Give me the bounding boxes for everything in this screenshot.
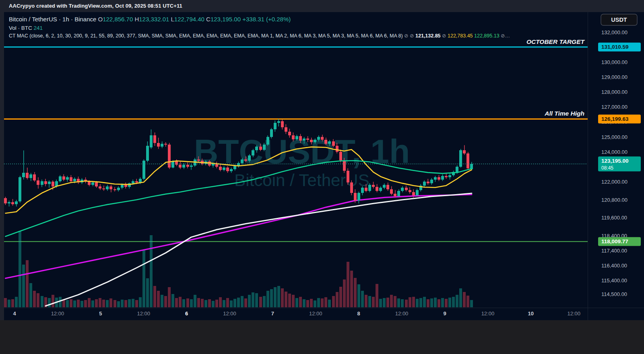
volume-bar	[11, 299, 14, 307]
volume-bar	[135, 300, 138, 307]
volume-bar	[357, 284, 360, 307]
candle	[397, 189, 400, 197]
volume-bar	[285, 292, 287, 307]
chip-price: 123,195.00	[601, 158, 629, 164]
currency-button[interactable]: USDT	[601, 14, 637, 25]
volume-bar	[128, 299, 131, 307]
candle	[66, 176, 69, 182]
legend-symbol-row[interactable]: Bitcoin / TetherUS · 1h · Binance O122,8…	[9, 16, 291, 23]
currency-button-label: USDT	[611, 17, 627, 23]
price-tick: 122,000.00	[601, 179, 627, 185]
legend-indicator-row[interactable]: CT MAC (close, 6, 2, 10, 30, 200, 9, 21,…	[9, 33, 510, 39]
attribution-bar: AACrypyo created with TradingView.com, O…	[0, 0, 644, 12]
candle-body	[372, 185, 375, 187]
price-tick: 117,400.00	[601, 248, 627, 254]
candle-body	[412, 192, 415, 195]
price-axis[interactable]: 132,000.00130,000.00129,000.00128,000.00…	[598, 29, 641, 297]
time-axis[interactable]: 412:00512:00612:00712:00812:00912:001012…	[13, 311, 580, 317]
candle-body	[95, 182, 98, 186]
candle-body	[66, 177, 69, 180]
candle-body	[212, 164, 215, 166]
candle-body	[336, 146, 339, 152]
candle-body	[259, 147, 262, 149]
legend-segment: C	[204, 16, 211, 23]
volume-bar	[397, 298, 400, 307]
candle	[41, 180, 43, 187]
volume-bar	[441, 298, 444, 307]
candle-body	[146, 146, 149, 161]
volume-bar	[186, 298, 189, 307]
legend-segment: H	[133, 16, 139, 23]
annotation-october_target: OCTOBER TARGET	[526, 38, 585, 45]
candle	[401, 186, 404, 193]
attribution-text: AACrypyo created with TradingView.com, O…	[9, 3, 182, 9]
candle	[33, 172, 36, 182]
candle-body	[466, 153, 469, 168]
volume-bar	[26, 260, 29, 307]
candle	[109, 185, 112, 193]
volume-bar	[15, 297, 18, 307]
candle-body	[252, 150, 254, 155]
volume-bar	[212, 301, 215, 307]
candle	[29, 173, 32, 181]
volume-bar	[386, 298, 389, 307]
candle-body	[109, 186, 112, 189]
candle-body	[219, 167, 222, 170]
volume-bar	[102, 300, 105, 307]
candle	[459, 149, 462, 168]
volume-bar	[182, 299, 185, 307]
candle	[430, 178, 433, 185]
volume-bar	[59, 297, 62, 307]
volume-bar	[448, 298, 451, 307]
candle	[124, 182, 127, 188]
candle-body	[139, 179, 142, 182]
volume-bar	[328, 300, 331, 307]
volume-bar	[463, 292, 466, 307]
price-chart[interactable]: BTCUSDT, 1h Bitcoin / TetherUS 132,000.0…	[4, 12, 644, 320]
candle	[266, 135, 269, 146]
volume-bar	[365, 295, 367, 307]
candle	[179, 161, 182, 169]
candle-body	[102, 188, 105, 189]
candle-body	[52, 182, 54, 186]
candle-body	[8, 202, 10, 204]
candle	[182, 163, 185, 169]
volume-bar	[343, 279, 346, 307]
volume-bar	[456, 295, 458, 307]
candle-body	[416, 190, 419, 195]
volume-bar	[201, 299, 204, 307]
candle-body	[459, 150, 462, 167]
candle-body	[164, 144, 167, 145]
volume-bar	[88, 298, 91, 307]
candle	[37, 177, 39, 188]
price-label-chip-all_time_high: 126,199.63	[598, 114, 641, 123]
volume-bar	[303, 299, 305, 307]
volume-bar	[412, 297, 415, 307]
candle-body	[368, 185, 371, 191]
volume-bar	[4, 298, 7, 307]
price-label-chip-october_target: 131,010.59	[598, 43, 641, 52]
legend-volume-row[interactable]: Vol · BTC 241	[9, 25, 43, 31]
candle	[15, 200, 18, 207]
volume-bar	[350, 271, 353, 307]
candle	[70, 175, 72, 183]
candle	[99, 184, 101, 190]
candle-body	[114, 189, 116, 190]
volume-bar	[317, 298, 320, 307]
volume-bar	[164, 296, 167, 307]
volume-bar	[48, 298, 51, 307]
candle-body	[397, 191, 400, 196]
volume-bar	[179, 297, 182, 307]
volume-bar	[376, 284, 378, 307]
volume-bar	[390, 295, 393, 307]
candle	[405, 186, 408, 192]
volume-bar	[336, 292, 339, 307]
candle	[22, 150, 25, 179]
legend-segment: Bitcoin / TetherUS · 1h · Binance	[9, 16, 96, 23]
candle	[379, 186, 382, 193]
chart-panel[interactable]: BTCUSDT, 1h Bitcoin / TetherUS 132,000.0…	[4, 12, 644, 320]
candle-body	[142, 161, 145, 179]
volume-bar	[339, 287, 342, 307]
chip-price: 118,009.77	[601, 238, 628, 244]
time-label: 12:00	[567, 311, 580, 317]
